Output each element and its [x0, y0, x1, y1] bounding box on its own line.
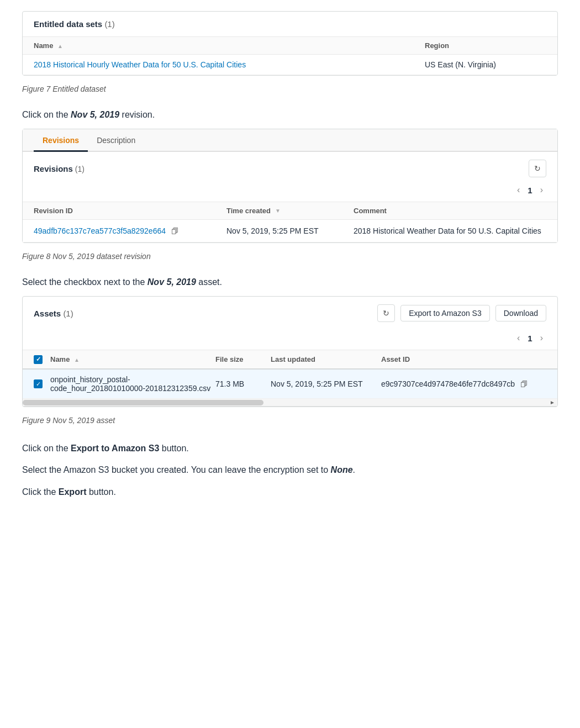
revision-id-link[interactable]: 49adfb76c137c7ea577c3f5a8292e664	[34, 226, 166, 235]
instruction1: Click on the Nov 5, 2019 revision.	[22, 110, 558, 120]
revision-table-header: Revision ID Time created ▼ Comment	[23, 202, 557, 220]
bottom-instr2-em: None	[331, 465, 353, 474]
revisions-inner-header: Revisions (1) ↻	[23, 152, 557, 182]
figure7-caption: Figure 7 Entitled dataset	[22, 85, 558, 93]
instruction2: Select the checkbox next to the Nov 5, 2…	[22, 277, 558, 287]
assets-refresh-button[interactable]: ↻	[377, 304, 395, 322]
bottom-instr2-pre: Select the Amazon S3 bucket you created.…	[22, 465, 331, 474]
instruction2-post: asset.	[196, 277, 222, 287]
bottom-instr1-post: button.	[159, 444, 188, 453]
col-header-check: ✓	[34, 355, 50, 364]
assets-title: Assets (1)	[34, 309, 372, 318]
assets-table-row: ✓ onpoint_history_postal-code_hour_20180…	[23, 370, 557, 399]
assets-pagination: ‹ 1 ›	[23, 330, 557, 350]
revisions-page-num: 1	[528, 186, 532, 195]
entitled-datasets-card: Entitled data sets (1) Name ▲ Region 201…	[22, 11, 558, 76]
dataset-name-cell: 2018 Historical Hourly Weather Data for …	[34, 60, 425, 69]
dataset-link[interactable]: 2018 Historical Hourly Weather Data for …	[34, 60, 246, 69]
assets-page-num: 1	[528, 334, 532, 343]
bottom-instr3-post: button.	[86, 487, 115, 497]
revision-table-row: 49adfb76c137c7ea577c3f5a8292e664 🗍 Nov 5…	[23, 220, 557, 242]
copy-icon[interactable]: 🗍	[171, 227, 178, 235]
col-header-time-created: Time created ▼	[226, 207, 354, 215]
asset-id-value: e9c97307ce4d97478e46fe77dc8497cb	[381, 379, 515, 388]
tabs-bar: Revisions Description	[23, 129, 557, 152]
scrollbar-container: ►	[23, 399, 557, 407]
dataset-region-cell: US East (N. Virginia)	[425, 60, 546, 69]
entitled-datasets-title: Entitled data sets	[34, 19, 102, 29]
asset-row-checkbox[interactable]: ✓	[34, 379, 43, 388]
sort-icon-asset-name[interactable]: ▲	[74, 357, 80, 363]
revisions-count: (1)	[75, 165, 85, 173]
sort-icon-name[interactable]: ▲	[57, 43, 68, 49]
col-header-region: Region	[425, 41, 546, 50]
col-header-asset-name: Name ▲	[50, 355, 215, 363]
revisions-pagination: ‹ 1 ›	[23, 182, 557, 202]
refresh-icon: ↻	[534, 164, 541, 173]
revision-time-cell: Nov 5, 2019, 5:25 PM EST	[226, 226, 354, 235]
assets-count: (1)	[63, 309, 73, 318]
revisions-next-button[interactable]: ›	[537, 184, 546, 196]
sort-icon-time[interactable]: ▼	[275, 208, 281, 214]
bottom-instruction-1: Click on the Export to Amazon S3 button.	[22, 441, 558, 456]
asset-id-copy-icon[interactable]: 🗍	[520, 380, 528, 388]
instruction2-em: Nov 5, 2019	[147, 277, 196, 287]
assets-header: Assets (1) ↻ Export to Amazon S3 Downloa…	[23, 297, 557, 330]
entitled-datasets-header: Entitled data sets (1)	[23, 12, 557, 37]
entitled-datasets-count: (1)	[104, 19, 114, 29]
instruction1-pre: Click on the	[22, 110, 71, 119]
col-header-assetid: Asset ID	[381, 355, 546, 363]
entitled-datasets-table-row: 2018 Historical Hourly Weather Data for …	[23, 55, 557, 75]
revisions-tabs-container: Revisions Description Revisions (1) ↻ ‹ …	[22, 129, 558, 243]
assets-card: Assets (1) ↻ Export to Amazon S3 Downloa…	[22, 296, 558, 407]
instruction1-em: Nov 5, 2019	[71, 110, 119, 119]
asset-id-cell: e9c97307ce4d97478e46fe77dc8497cb 🗍	[381, 379, 546, 388]
select-all-checkbox[interactable]: ✓	[34, 355, 43, 364]
assets-table-header: ✓ Name ▲ File size Last updated Asset ID	[23, 350, 557, 370]
bottom-instruction-3: Click the Export button.	[22, 485, 558, 499]
col-header-filesize: File size	[215, 355, 271, 363]
revision-id-cell: 49adfb76c137c7ea577c3f5a8292e664 🗍	[34, 226, 226, 235]
asset-filesize-cell: 71.3 MB	[215, 379, 271, 388]
instruction1-post: revision.	[119, 110, 155, 119]
col-header-comment: Comment	[354, 207, 546, 215]
col-header-revision-id: Revision ID	[34, 207, 226, 215]
bottom-instruction-2: Select the Amazon S3 bucket you created.…	[22, 463, 558, 477]
bottom-instr1-pre: Click on the	[22, 444, 71, 453]
assets-prev-button[interactable]: ‹	[514, 332, 523, 344]
bottom-instr3-strong: Export	[59, 487, 87, 497]
tab-content-revisions: Revisions (1) ↻ ‹ 1 › Revision ID	[23, 152, 557, 242]
revisions-prev-button[interactable]: ‹	[514, 184, 523, 196]
revisions-inner-title: Revisions (1)	[34, 164, 85, 173]
download-button[interactable]: Download	[495, 305, 546, 321]
bottom-instr3-pre: Click the	[22, 487, 59, 497]
export-to-s3-button[interactable]: Export to Amazon S3	[400, 305, 490, 321]
assets-refresh-icon: ↻	[383, 309, 389, 318]
tab-description[interactable]: Description	[88, 129, 144, 152]
tab-revisions[interactable]: Revisions	[34, 129, 88, 152]
col-header-lastupdated: Last updated	[271, 355, 381, 363]
col-header-name: Name ▲	[34, 41, 425, 50]
asset-lastupdated-cell: Nov 5, 2019, 5:25 PM EST	[271, 379, 381, 388]
scroll-right-arrow[interactable]: ►	[547, 399, 557, 405]
bottom-instr2-post: .	[353, 465, 355, 474]
instruction2-pre: Select the checkbox next to the	[22, 277, 147, 287]
asset-name-cell: onpoint_history_postal-code_hour_2018010…	[50, 375, 215, 393]
figure8-caption: Figure 8 Nov 5, 2019 dataset revision	[22, 252, 558, 261]
asset-checkbox-cell: ✓	[34, 379, 50, 389]
figure9-caption: Figure 9 Nov 5, 2019 asset	[22, 416, 558, 425]
bottom-instr1-strong: Export to Amazon S3	[71, 444, 159, 453]
revision-comment-cell: 2018 Historical Weather Data for 50 U.S.…	[354, 226, 546, 235]
entitled-datasets-table-header: Name ▲ Region	[23, 37, 557, 55]
revisions-refresh-button[interactable]: ↻	[529, 160, 546, 177]
scrollbar-track[interactable]	[23, 400, 263, 405]
revisions-inner-card: Revisions (1) ↻ ‹ 1 › Revision ID	[23, 152, 557, 242]
assets-next-button[interactable]: ›	[537, 332, 546, 344]
